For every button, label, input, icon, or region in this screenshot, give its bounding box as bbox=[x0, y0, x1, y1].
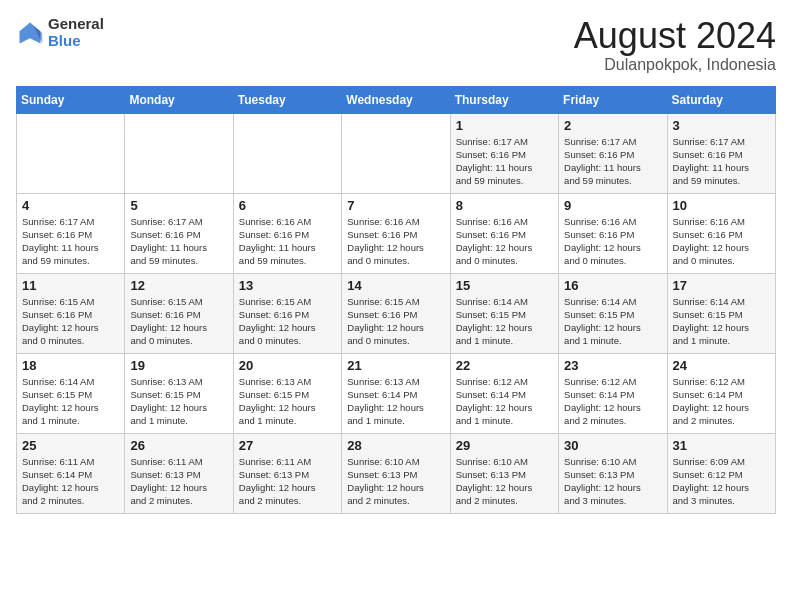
day-number: 20 bbox=[239, 358, 336, 373]
day-number: 31 bbox=[673, 438, 770, 453]
logo-text: General Blue bbox=[48, 16, 104, 49]
calendar-cell: 27Sunrise: 6:11 AM Sunset: 6:13 PM Dayli… bbox=[233, 433, 341, 513]
page-header: General Blue August 2024 Dulanpokpok, In… bbox=[16, 16, 776, 74]
day-info: Sunrise: 6:11 AM Sunset: 6:14 PM Dayligh… bbox=[22, 455, 119, 508]
day-info: Sunrise: 6:14 AM Sunset: 6:15 PM Dayligh… bbox=[456, 295, 553, 348]
day-number: 4 bbox=[22, 198, 119, 213]
calendar-cell: 24Sunrise: 6:12 AM Sunset: 6:14 PM Dayli… bbox=[667, 353, 775, 433]
day-info: Sunrise: 6:11 AM Sunset: 6:13 PM Dayligh… bbox=[130, 455, 227, 508]
day-number: 16 bbox=[564, 278, 661, 293]
day-info: Sunrise: 6:12 AM Sunset: 6:14 PM Dayligh… bbox=[456, 375, 553, 428]
calendar-week-row: 18Sunrise: 6:14 AM Sunset: 6:15 PM Dayli… bbox=[17, 353, 776, 433]
day-info: Sunrise: 6:16 AM Sunset: 6:16 PM Dayligh… bbox=[347, 215, 444, 268]
calendar-cell: 11Sunrise: 6:15 AM Sunset: 6:16 PM Dayli… bbox=[17, 273, 125, 353]
calendar-cell: 26Sunrise: 6:11 AM Sunset: 6:13 PM Dayli… bbox=[125, 433, 233, 513]
calendar-cell: 14Sunrise: 6:15 AM Sunset: 6:16 PM Dayli… bbox=[342, 273, 450, 353]
calendar-cell: 6Sunrise: 6:16 AM Sunset: 6:16 PM Daylig… bbox=[233, 193, 341, 273]
calendar-cell: 7Sunrise: 6:16 AM Sunset: 6:16 PM Daylig… bbox=[342, 193, 450, 273]
day-number: 8 bbox=[456, 198, 553, 213]
day-info: Sunrise: 6:10 AM Sunset: 6:13 PM Dayligh… bbox=[456, 455, 553, 508]
calendar-cell bbox=[17, 113, 125, 193]
logo-icon bbox=[16, 19, 44, 47]
weekday-header-thursday: Thursday bbox=[450, 86, 558, 113]
day-info: Sunrise: 6:11 AM Sunset: 6:13 PM Dayligh… bbox=[239, 455, 336, 508]
calendar-cell: 21Sunrise: 6:13 AM Sunset: 6:14 PM Dayli… bbox=[342, 353, 450, 433]
calendar-week-row: 1Sunrise: 6:17 AM Sunset: 6:16 PM Daylig… bbox=[17, 113, 776, 193]
calendar-cell: 9Sunrise: 6:16 AM Sunset: 6:16 PM Daylig… bbox=[559, 193, 667, 273]
day-number: 29 bbox=[456, 438, 553, 453]
calendar-cell: 29Sunrise: 6:10 AM Sunset: 6:13 PM Dayli… bbox=[450, 433, 558, 513]
day-number: 12 bbox=[130, 278, 227, 293]
day-info: Sunrise: 6:13 AM Sunset: 6:15 PM Dayligh… bbox=[130, 375, 227, 428]
calendar-cell: 2Sunrise: 6:17 AM Sunset: 6:16 PM Daylig… bbox=[559, 113, 667, 193]
day-number: 17 bbox=[673, 278, 770, 293]
day-info: Sunrise: 6:12 AM Sunset: 6:14 PM Dayligh… bbox=[564, 375, 661, 428]
day-info: Sunrise: 6:15 AM Sunset: 6:16 PM Dayligh… bbox=[347, 295, 444, 348]
weekday-header-tuesday: Tuesday bbox=[233, 86, 341, 113]
calendar-cell: 3Sunrise: 6:17 AM Sunset: 6:16 PM Daylig… bbox=[667, 113, 775, 193]
calendar-cell bbox=[342, 113, 450, 193]
day-info: Sunrise: 6:16 AM Sunset: 6:16 PM Dayligh… bbox=[456, 215, 553, 268]
calendar-cell: 4Sunrise: 6:17 AM Sunset: 6:16 PM Daylig… bbox=[17, 193, 125, 273]
day-number: 28 bbox=[347, 438, 444, 453]
day-number: 1 bbox=[456, 118, 553, 133]
day-number: 25 bbox=[22, 438, 119, 453]
day-info: Sunrise: 6:16 AM Sunset: 6:16 PM Dayligh… bbox=[564, 215, 661, 268]
day-number: 30 bbox=[564, 438, 661, 453]
weekday-header-row: SundayMondayTuesdayWednesdayThursdayFrid… bbox=[17, 86, 776, 113]
calendar-cell: 23Sunrise: 6:12 AM Sunset: 6:14 PM Dayli… bbox=[559, 353, 667, 433]
day-number: 5 bbox=[130, 198, 227, 213]
calendar-cell: 10Sunrise: 6:16 AM Sunset: 6:16 PM Dayli… bbox=[667, 193, 775, 273]
day-number: 10 bbox=[673, 198, 770, 213]
calendar-cell: 15Sunrise: 6:14 AM Sunset: 6:15 PM Dayli… bbox=[450, 273, 558, 353]
day-number: 15 bbox=[456, 278, 553, 293]
calendar-cell: 19Sunrise: 6:13 AM Sunset: 6:15 PM Dayli… bbox=[125, 353, 233, 433]
day-number: 27 bbox=[239, 438, 336, 453]
day-info: Sunrise: 6:10 AM Sunset: 6:13 PM Dayligh… bbox=[347, 455, 444, 508]
day-info: Sunrise: 6:13 AM Sunset: 6:14 PM Dayligh… bbox=[347, 375, 444, 428]
day-info: Sunrise: 6:09 AM Sunset: 6:12 PM Dayligh… bbox=[673, 455, 770, 508]
calendar-week-row: 4Sunrise: 6:17 AM Sunset: 6:16 PM Daylig… bbox=[17, 193, 776, 273]
day-info: Sunrise: 6:14 AM Sunset: 6:15 PM Dayligh… bbox=[564, 295, 661, 348]
day-info: Sunrise: 6:17 AM Sunset: 6:16 PM Dayligh… bbox=[564, 135, 661, 188]
calendar-cell bbox=[125, 113, 233, 193]
day-info: Sunrise: 6:17 AM Sunset: 6:16 PM Dayligh… bbox=[22, 215, 119, 268]
calendar-cell: 13Sunrise: 6:15 AM Sunset: 6:16 PM Dayli… bbox=[233, 273, 341, 353]
calendar-cell: 16Sunrise: 6:14 AM Sunset: 6:15 PM Dayli… bbox=[559, 273, 667, 353]
day-number: 7 bbox=[347, 198, 444, 213]
calendar-title: August 2024 bbox=[574, 16, 776, 56]
calendar-cell: 17Sunrise: 6:14 AM Sunset: 6:15 PM Dayli… bbox=[667, 273, 775, 353]
day-number: 2 bbox=[564, 118, 661, 133]
calendar-cell bbox=[233, 113, 341, 193]
weekday-header-friday: Friday bbox=[559, 86, 667, 113]
day-info: Sunrise: 6:14 AM Sunset: 6:15 PM Dayligh… bbox=[673, 295, 770, 348]
day-number: 18 bbox=[22, 358, 119, 373]
calendar-cell: 30Sunrise: 6:10 AM Sunset: 6:13 PM Dayli… bbox=[559, 433, 667, 513]
day-info: Sunrise: 6:13 AM Sunset: 6:15 PM Dayligh… bbox=[239, 375, 336, 428]
weekday-header-sunday: Sunday bbox=[17, 86, 125, 113]
day-info: Sunrise: 6:12 AM Sunset: 6:14 PM Dayligh… bbox=[673, 375, 770, 428]
day-number: 24 bbox=[673, 358, 770, 373]
calendar-subtitle: Dulanpokpok, Indonesia bbox=[574, 56, 776, 74]
day-info: Sunrise: 6:17 AM Sunset: 6:16 PM Dayligh… bbox=[130, 215, 227, 268]
day-info: Sunrise: 6:16 AM Sunset: 6:16 PM Dayligh… bbox=[673, 215, 770, 268]
calendar-cell: 5Sunrise: 6:17 AM Sunset: 6:16 PM Daylig… bbox=[125, 193, 233, 273]
title-block: August 2024 Dulanpokpok, Indonesia bbox=[574, 16, 776, 74]
day-info: Sunrise: 6:15 AM Sunset: 6:16 PM Dayligh… bbox=[239, 295, 336, 348]
day-number: 9 bbox=[564, 198, 661, 213]
calendar-cell: 20Sunrise: 6:13 AM Sunset: 6:15 PM Dayli… bbox=[233, 353, 341, 433]
day-number: 19 bbox=[130, 358, 227, 373]
weekday-header-monday: Monday bbox=[125, 86, 233, 113]
day-number: 3 bbox=[673, 118, 770, 133]
calendar-cell: 18Sunrise: 6:14 AM Sunset: 6:15 PM Dayli… bbox=[17, 353, 125, 433]
day-info: Sunrise: 6:14 AM Sunset: 6:15 PM Dayligh… bbox=[22, 375, 119, 428]
calendar-week-row: 11Sunrise: 6:15 AM Sunset: 6:16 PM Dayli… bbox=[17, 273, 776, 353]
day-number: 22 bbox=[456, 358, 553, 373]
day-number: 11 bbox=[22, 278, 119, 293]
day-info: Sunrise: 6:17 AM Sunset: 6:16 PM Dayligh… bbox=[456, 135, 553, 188]
calendar-cell: 25Sunrise: 6:11 AM Sunset: 6:14 PM Dayli… bbox=[17, 433, 125, 513]
day-number: 6 bbox=[239, 198, 336, 213]
calendar-cell: 22Sunrise: 6:12 AM Sunset: 6:14 PM Dayli… bbox=[450, 353, 558, 433]
day-number: 26 bbox=[130, 438, 227, 453]
day-number: 21 bbox=[347, 358, 444, 373]
